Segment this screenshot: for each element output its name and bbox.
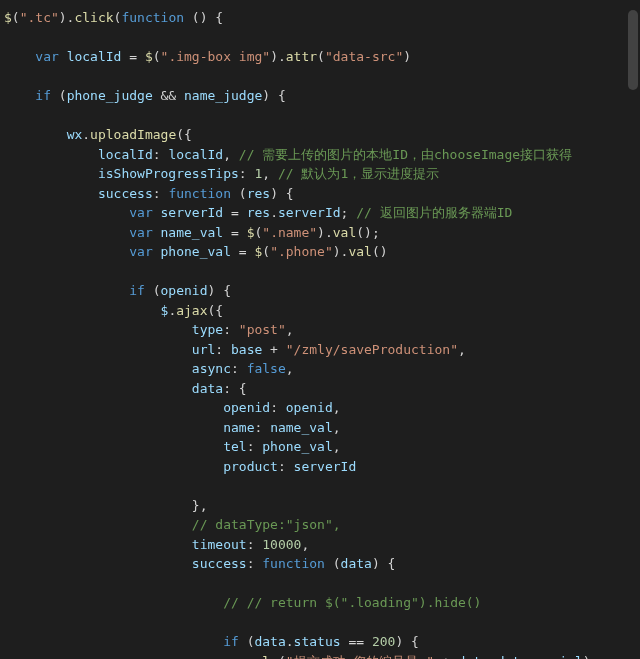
code-line[interactable]: product: serverId — [4, 459, 356, 474]
scrollbar-thumb[interactable] — [628, 10, 638, 90]
code-line[interactable]: localId: localId, // 需要上传的图片的本地ID，由choos… — [4, 147, 572, 162]
code-line[interactable]: success: function (data) { — [4, 556, 395, 571]
code-line[interactable]: // // return $(".loading").hide() — [4, 595, 481, 610]
comment: // 默认为1，显示进度提示 — [278, 166, 439, 181]
code-line[interactable]: async: false, — [4, 361, 294, 376]
code-line[interactable]: success: function (res) { — [4, 186, 294, 201]
comment: // 返回图片的服务器端ID — [356, 205, 512, 220]
code-line[interactable]: // dataType:"json", — [4, 517, 341, 532]
code-line[interactable]: tel: phone_val, — [4, 439, 341, 454]
code-line[interactable]: isShowProgressTips: 1, // 默认为1，显示进度提示 — [4, 166, 439, 181]
code-editor[interactable]: $(".tc").click(function () { var localId… — [0, 0, 640, 659]
comment: // // return $(".loading").hide() — [223, 595, 481, 610]
code-line[interactable]: if (data.status == 200) { — [4, 634, 419, 649]
code-line[interactable]: name: name_val, — [4, 420, 341, 435]
comment: // 需要上传的图片的本地ID，由chooseImage接口获得 — [239, 147, 572, 162]
code-line[interactable]: var serverId = res.serverId; // 返回图片的服务器… — [4, 205, 512, 220]
jquery-icon: $ — [4, 10, 12, 25]
code-line[interactable]: var phone_val = $(".phone").val() — [4, 244, 388, 259]
code-line[interactable]: ale("提交成功,您的编号是:" + data.data.serial) — [4, 654, 591, 660]
code-line[interactable]: }, — [4, 498, 208, 513]
code-line[interactable]: url: base + "/zmly/saveProduction", — [4, 342, 466, 357]
code-line[interactable]: data: { — [4, 381, 247, 396]
code-line[interactable]: $(".tc").click(function () { — [4, 10, 223, 25]
code-line[interactable]: wx.uploadImage({ — [4, 127, 192, 142]
code-line[interactable]: $.ajax({ — [4, 303, 223, 318]
comment: // dataType:"json", — [192, 517, 341, 532]
code-line[interactable]: if (phone_judge && name_judge) { — [4, 88, 286, 103]
code-line[interactable]: type: "post", — [4, 322, 294, 337]
code-line[interactable]: timeout: 10000, — [4, 537, 309, 552]
code-line[interactable]: var localId = $(".img-box img").attr("da… — [4, 49, 411, 64]
code-line[interactable]: if (openid) { — [4, 283, 231, 298]
code-line[interactable]: var name_val = $(".name").val(); — [4, 225, 380, 240]
vertical-scrollbar[interactable] — [628, 0, 638, 659]
code-line[interactable]: openid: openid, — [4, 400, 341, 415]
